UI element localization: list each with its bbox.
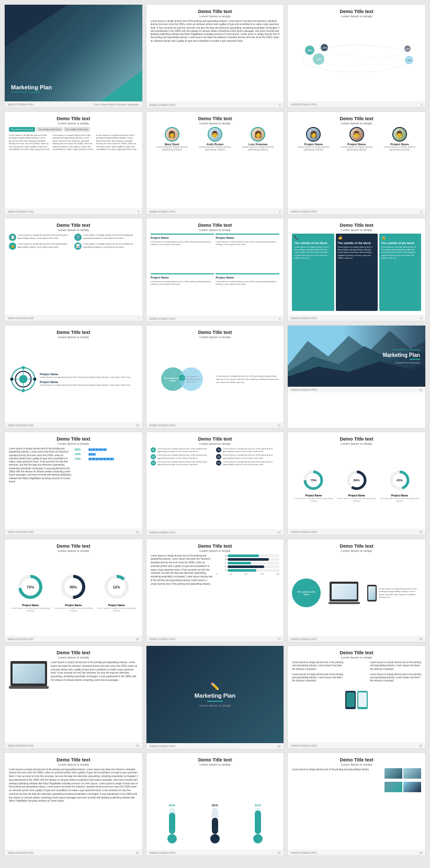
- slide-5: Demo Title text Lorem Ipsum is simply 👩 …: [146, 111, 285, 215]
- svg-point-4: [22, 366, 25, 369]
- svg-point-3: [19, 375, 28, 384]
- slide-17-content: Lorem Ipsum is simply dummy text of the …: [151, 554, 280, 632]
- big-donut-12: 12%: [104, 574, 130, 600]
- pencil-icon: ✏️: [210, 682, 219, 690]
- slide-12: PowerPoint Template Marketing Plan Power…: [287, 325, 426, 429]
- slide-5-people: 👩 Mary Stark Lorem Ipsum is simply dummy…: [151, 127, 280, 205]
- slide-10-content: Project Name Lorem Ipsum is simply dummy…: [9, 341, 138, 418]
- slide-15: Demo Title text Lorem Ipsum is simply 75…: [287, 432, 426, 535]
- slide-21-content: Lorem Ipsum is simply dummy text of the …: [292, 661, 421, 738]
- cover-title: Marketing Plan: [11, 84, 52, 90]
- slide-16-donuts: 73% Project Name Lorem Ipsum is simply d…: [9, 554, 138, 632]
- list-icon-3: ⚙️: [74, 234, 82, 241]
- slide-4-tabs: The subtitle of the block The subtitle o…: [9, 127, 138, 132]
- slide-16: Demo Title text Lorem Ipsum is simply 73…: [4, 539, 143, 642]
- teal-bubble: The subtitle of the block: [292, 578, 321, 607]
- teal-card-2: 🔒 The subtitle of the block Lorem Ipsum …: [379, 234, 421, 311]
- phone-1: [345, 691, 356, 709]
- slide-2-text: Lorem Ipsum is simply dummy text of the …: [151, 20, 280, 98]
- slide-13: Demo Title text Lorem Ipsum is simply Lo…: [4, 432, 143, 535]
- thermo-83: 83%: [167, 804, 177, 843]
- slide-22: Demo Title text Lorem Ipsum is simply Lo…: [4, 753, 143, 856]
- donut-2: 60%: [346, 470, 367, 491]
- photo-4: [403, 782, 421, 792]
- slide-7-content: 📋 Lorem Ipsum is simply dummy text of th…: [9, 234, 138, 311]
- slide-14: Demo Title text Lorem Ipsum is simply 76…: [146, 432, 285, 536]
- slide-17: Demo Title text Lorem Ipsum is simply Lo…: [146, 539, 285, 643]
- slide-24: Demo Title text Lorem Ipsum is simply Lo…: [287, 753, 426, 856]
- svg-point-7: [10, 378, 14, 381]
- avatar-mary: 👩: [165, 127, 179, 142]
- slide-2-subtitle: Lorem Ipsum is simply: [151, 15, 280, 18]
- svg-point-5: [33, 378, 37, 381]
- footer-site: WWW.SITEMAX.PRO: [8, 103, 33, 106]
- slide-9-cards: 📞 The subtitle of the block Lorem Ipsum …: [292, 234, 421, 311]
- svg-point-0: [303, 45, 411, 72]
- slide-2-title: Demo Title text: [151, 9, 280, 14]
- num-76: 76: [151, 447, 156, 453]
- photo-1: [384, 768, 402, 779]
- slide-9: Demo Title text Lorem Ipsum is simply 📞 …: [287, 218, 426, 321]
- slide-10: Demo Title text Lorem Ipsum is simply: [4, 325, 143, 429]
- cover-subtitle: PowerPoint Template: [11, 90, 52, 94]
- slide-11: Demo Title text Lorem Ipsum is simply Th…: [146, 325, 285, 429]
- slide-1: Marketing Plan PowerPoint Template WWW.S…: [4, 4, 143, 108]
- tab-1[interactable]: The subtitle of the block: [9, 127, 35, 132]
- num-13: 13: [151, 460, 156, 466]
- footer-tagline: Free PowerPoint & Keynote Templates: [94, 103, 139, 106]
- slide-7: Demo Title text Lorem Ipsum is simply 📋 …: [4, 218, 143, 321]
- tab-2[interactable]: The subtitle of the block: [36, 127, 62, 132]
- list-icon-2: 🔒: [9, 242, 16, 250]
- slide-18: Demo Title text Lorem Ipsum is simply Th…: [287, 539, 426, 642]
- big-donut-50: 50%: [60, 574, 86, 600]
- slide-13-content: Lorem Ipsum is simply dummy text of the …: [9, 447, 138, 525]
- avatar-p1: 👩: [306, 127, 321, 142]
- list-icon-1: 📋: [9, 234, 16, 241]
- num-40: 40: [151, 454, 156, 459]
- slide-6-people: 👩 Project Name Lorem Ipsum is simply dum…: [292, 127, 421, 204]
- teal-card-1: 📞 The subtitle of the block Lorem Ipsum …: [292, 234, 334, 311]
- tab-3[interactable]: The subtitle of the block: [64, 127, 90, 132]
- slide-15-donuts: 75% Project Name Lorem Ipsum is simply d…: [292, 447, 421, 525]
- svg-point-6: [22, 389, 25, 392]
- slide-11-venn: The subtitle of the block Lorem Ipsum is…: [151, 341, 280, 419]
- slide-23-thermos: 83% 62% 91%: [151, 768, 280, 846]
- big-donut-73: 73%: [17, 574, 43, 600]
- bar-chart-area: A B C D E: [216, 554, 279, 632]
- slide-18-content: The subtitle of the block: [292, 554, 421, 632]
- slide-3: Demo Title text Lorem Ipsum is simply +9…: [287, 4, 426, 108]
- slide-8-grid: Project Name Lorem Ipsum is simply dummy…: [151, 234, 280, 311]
- laptop-device: [330, 582, 358, 601]
- list-icon-4: 📊: [74, 242, 82, 250]
- donut-3: 45%: [389, 470, 410, 491]
- slide-23: Demo Title text Lorem Ipsum is simply 83…: [146, 753, 285, 857]
- avatar-p3: 👨: [392, 127, 407, 142]
- slide-19-content: Lorem Ipsum is simply dummy text of the …: [9, 661, 138, 738]
- slide-4: Demo Title text Lorem Ipsum is simply Th…: [4, 111, 143, 215]
- slide-24-content: Lorem Ipsum is simply dummy text of the …: [292, 768, 421, 846]
- slide-4-content: Lorem Ipsum is simply dummy text of the …: [9, 134, 138, 204]
- avatar-lory: 👩: [251, 127, 265, 142]
- slide-19: Demo Title text Lorem Ipsum is simply Lo…: [4, 645, 143, 749]
- photo-3: [384, 782, 402, 792]
- phone-2: [357, 691, 368, 709]
- dark-card-1: 👍 The subtitle of the block Lorem Ipsum …: [336, 234, 378, 311]
- slide-6: Demo Title text Lorem Ipsum is simply 👩 …: [287, 111, 426, 215]
- slide-2: Demo Title text Lorem Ipsum is simply Lo…: [146, 4, 285, 108]
- donut-1: 75%: [303, 470, 324, 491]
- photo-2: [403, 768, 421, 779]
- slide-8: Demo Title text Lorem Ipsum is simply Pr…: [146, 218, 285, 322]
- slide-3-chart: +96% +47% +71% +12% +15%: [292, 20, 421, 97]
- slide-20-cover: ✏️ Marketing Plan Lorem Ipsum is simply: [146, 646, 284, 743]
- thermo-62: 62%: [210, 804, 220, 843]
- laptop-2: [10, 661, 47, 686]
- phone-device: [367, 585, 377, 601]
- mountain-image: PowerPoint Template Marketing Plan Power…: [288, 326, 425, 387]
- avatar-p2: 👨: [349, 127, 364, 142]
- slides-grid: Marketing Plan PowerPoint Template WWW.S…: [4, 4, 426, 856]
- slide-14-content: 76 Lorem Ipsum is simply dummy text of t…: [151, 447, 280, 525]
- avatar-andy: 👨: [208, 127, 222, 142]
- slide-21: Demo Title text Lorem Ipsum is simply Lo…: [287, 645, 426, 749]
- photo-grid: [384, 768, 421, 794]
- thermo-91: 91%: [253, 804, 263, 843]
